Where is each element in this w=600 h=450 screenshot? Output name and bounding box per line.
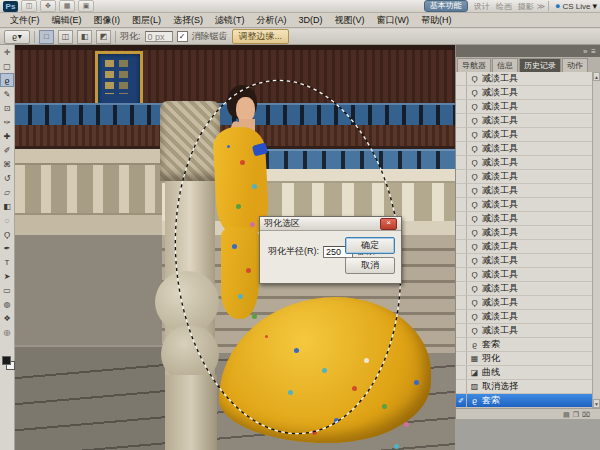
tool-button[interactable]: ✒ bbox=[0, 241, 14, 255]
scroll-down-icon[interactable]: ▼ bbox=[593, 399, 600, 408]
history-source-cell[interactable] bbox=[456, 254, 467, 267]
tool-button[interactable]: ↺ bbox=[0, 171, 14, 185]
cancel-button[interactable]: 取消 bbox=[345, 257, 395, 274]
history-source-cell[interactable] bbox=[456, 338, 467, 351]
antialias-checkbox[interactable]: ✓ bbox=[177, 31, 188, 42]
history-source-cell[interactable] bbox=[456, 170, 467, 183]
menu-item[interactable]: 3D(D) bbox=[293, 15, 329, 25]
history-source-cell[interactable] bbox=[456, 226, 467, 239]
history-source-cell[interactable] bbox=[456, 114, 467, 127]
history-source-cell[interactable] bbox=[456, 142, 467, 155]
history-source-cell[interactable] bbox=[456, 296, 467, 309]
workspace-button[interactable]: 基本功能 bbox=[424, 0, 468, 12]
panel-tab[interactable]: 信息 bbox=[492, 58, 518, 72]
history-source-cell[interactable] bbox=[456, 100, 467, 113]
history-source-cell[interactable] bbox=[456, 268, 467, 281]
panel-menu-icon[interactable]: ≡ bbox=[591, 47, 596, 56]
history-row[interactable]: Ϙ 减淡工具 bbox=[456, 184, 593, 198]
menu-item[interactable]: 分析(A) bbox=[251, 14, 293, 27]
history-source-cell[interactable] bbox=[456, 212, 467, 225]
history-row[interactable]: Ϙ 减淡工具 bbox=[456, 226, 593, 240]
dialog-titlebar[interactable]: 羽化选区 × bbox=[260, 217, 401, 231]
menu-item[interactable]: 帮助(H) bbox=[415, 14, 458, 27]
panel-tab[interactable]: 历史记录 bbox=[519, 58, 561, 72]
menu-item[interactable]: 选择(S) bbox=[167, 14, 209, 27]
history-row[interactable]: Ϙ 减淡工具 bbox=[456, 142, 593, 156]
history-row[interactable]: Ϙ 减淡工具 bbox=[456, 198, 593, 212]
workspace-button[interactable]: 设计 bbox=[474, 1, 490, 12]
refine-edge-button[interactable]: 调整边缘... bbox=[232, 29, 290, 44]
history-row[interactable]: Ϙ 减淡工具 bbox=[456, 324, 593, 338]
workspace-button[interactable]: 绘画 bbox=[496, 1, 512, 12]
history-source-cell[interactable] bbox=[456, 86, 467, 99]
history-row[interactable]: Ϙ 减淡工具 bbox=[456, 156, 593, 170]
history-row[interactable]: Ϙ 减淡工具 bbox=[456, 240, 593, 254]
tool-button[interactable]: ϱ bbox=[0, 73, 14, 87]
history-row[interactable]: Ϙ 减淡工具 bbox=[456, 282, 593, 296]
new-document-from-state-icon[interactable]: ▤ bbox=[563, 410, 570, 419]
tool-button[interactable]: ▱ bbox=[0, 185, 14, 199]
tool-button[interactable]: ◌ bbox=[0, 213, 14, 227]
history-row[interactable]: Ϙ 减淡工具 bbox=[456, 100, 593, 114]
tool-button[interactable]: ✐ bbox=[0, 143, 14, 157]
history-source-cell[interactable] bbox=[456, 310, 467, 323]
history-source-cell[interactable] bbox=[456, 282, 467, 295]
new-snapshot-icon[interactable]: ❐ bbox=[573, 410, 579, 419]
tool-button[interactable]: ▭ bbox=[0, 283, 14, 297]
arrange-documents-icon[interactable]: ▦ bbox=[59, 0, 75, 12]
subtract-selection-button[interactable]: ◧ bbox=[77, 30, 92, 44]
history-row[interactable]: Ϙ 减淡工具 bbox=[456, 86, 593, 100]
intersect-selection-button[interactable]: ◩ bbox=[96, 30, 111, 44]
history-source-cell[interactable] bbox=[456, 184, 467, 197]
history-row[interactable]: Ϙ 减淡工具 bbox=[456, 114, 593, 128]
history-row[interactable]: Ϙ 减淡工具 bbox=[456, 296, 593, 310]
history-row[interactable]: Ϙ 减淡工具 bbox=[456, 268, 593, 282]
menu-item[interactable]: 文件(F) bbox=[4, 14, 46, 27]
screen-mode-icon[interactable]: ▣ bbox=[78, 0, 94, 12]
close-icon[interactable]: × bbox=[380, 218, 397, 230]
add-to-selection-button[interactable]: ◫ bbox=[58, 30, 73, 44]
history-source-cell[interactable] bbox=[456, 380, 467, 393]
tool-button[interactable]: ➤ bbox=[0, 269, 14, 283]
tool-button[interactable]: ✎ bbox=[0, 87, 14, 101]
workspace-overflow-button[interactable]: ≫ bbox=[537, 2, 545, 11]
history-source-cell[interactable] bbox=[456, 72, 467, 85]
ok-button[interactable]: 确定 bbox=[345, 237, 395, 254]
cs-live-button[interactable]: ● CS Live ▾ bbox=[548, 1, 597, 11]
history-source-cell[interactable] bbox=[456, 240, 467, 253]
tool-button[interactable]: ▢ bbox=[0, 59, 14, 73]
menu-item[interactable]: 图层(L) bbox=[126, 14, 167, 27]
tool-button[interactable]: ❖ bbox=[0, 311, 14, 325]
history-source-cell[interactable] bbox=[456, 128, 467, 141]
foreground-color-swatch[interactable] bbox=[2, 356, 11, 365]
history-row[interactable]: Ϙ 减淡工具 bbox=[456, 254, 593, 268]
tool-button[interactable]: ✑ bbox=[0, 115, 14, 129]
menu-item[interactable]: 窗口(W) bbox=[371, 14, 416, 27]
history-source-cell[interactable] bbox=[456, 352, 467, 365]
menu-item[interactable]: 图像(I) bbox=[88, 14, 127, 27]
history-row[interactable]: Ϙ 减淡工具 bbox=[456, 310, 593, 324]
new-selection-button[interactable]: □ bbox=[39, 30, 54, 44]
history-row[interactable]: ▨ 取消选择 bbox=[456, 380, 593, 394]
history-row[interactable]: ▦ 羽化 bbox=[456, 352, 593, 366]
history-row[interactable]: Ϙ 减淡工具 bbox=[456, 170, 593, 184]
delete-state-icon[interactable]: ⌧ bbox=[582, 410, 590, 419]
collapse-to-icons-icon[interactable]: » bbox=[583, 47, 587, 56]
bridge-icon[interactable]: ◫ bbox=[21, 0, 37, 12]
tool-button[interactable]: ✛ bbox=[0, 45, 14, 59]
scrollbar[interactable]: ▲ ▼ bbox=[592, 72, 600, 408]
menu-item[interactable]: 编辑(E) bbox=[46, 14, 88, 27]
tool-button[interactable]: ◧ bbox=[0, 199, 14, 213]
tool-preset-picker[interactable]: ϱ ▾ bbox=[4, 30, 30, 44]
history-row[interactable]: Ϙ 减淡工具 bbox=[456, 212, 593, 226]
history-row[interactable]: ✐ ϱ 套索 bbox=[456, 394, 593, 408]
menu-item[interactable]: 视图(V) bbox=[329, 14, 371, 27]
tool-button[interactable]: ◍ bbox=[0, 297, 14, 311]
tool-button[interactable]: T bbox=[0, 255, 14, 269]
tool-button[interactable]: ⊡ bbox=[0, 101, 14, 115]
view-extras-icon[interactable]: ✥ bbox=[40, 0, 56, 12]
history-source-cell[interactable] bbox=[456, 156, 467, 169]
tool-button[interactable]: Ϙ bbox=[0, 227, 14, 241]
workspace-button[interactable]: 摄影 bbox=[518, 1, 534, 12]
tool-button[interactable]: ✚ bbox=[0, 129, 14, 143]
